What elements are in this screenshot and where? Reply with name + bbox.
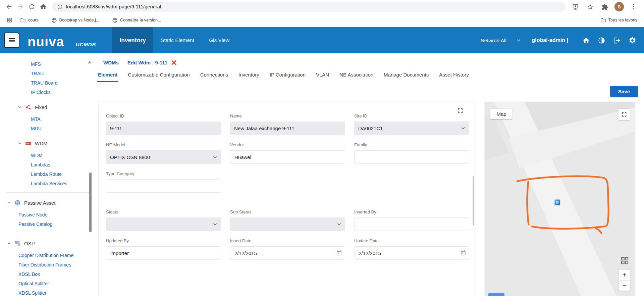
tab-vlan[interactable]: VLAN [315,71,330,82]
text-input-family[interactable] [354,150,469,164]
header-tab-inventory[interactable]: Inventory [112,27,153,53]
profile-avatar[interactable]: B [614,2,624,11]
back-icon[interactable] [3,1,15,12]
sidebar-scroll-up-icon[interactable] [88,59,91,63]
sidebar-item-wdm[interactable]: WDM [0,151,95,160]
puzzle-icon [601,3,608,10]
sidebar-item-trau-board[interactable]: TRAU Board [0,78,95,88]
sidebar-item-lambdas[interactable]: Lambdas [0,160,95,169]
tab-ne-association[interactable]: NE Association [339,71,374,82]
tab-inventory[interactable]: Inventory [238,71,260,82]
sidebar-item-passive-node[interactable]: Passive Node [0,210,95,219]
menu-button[interactable] [4,33,19,48]
home-icon [40,3,47,10]
form-field-type-category: Type Category [106,171,221,193]
bookmarks-bar: coursBootstrap vs Node.j...Connaître la … [0,13,644,27]
field-value: DA0021C1 [358,126,383,131]
map-panel[interactable]: Map + − [485,102,635,296]
sidebar-group-fixed[interactable]: Fixed [0,102,95,112]
header-tab-gis-view[interactable]: Gis View [202,27,237,53]
network-element-marker-icon[interactable] [554,199,560,205]
bookmark-item-bootstrap-vs-node-j[interactable]: Bootstrap vs Node.j... [49,16,102,24]
field-label: Vendor [230,142,345,147]
select-input-status[interactable] [106,217,221,231]
text-input-object-id[interactable]: 9-111 [106,121,221,135]
home-nav-button[interactable] [581,35,591,45]
date-input-insert-date[interactable]: 2/12/2015 [230,246,345,260]
browser-menu-icon[interactable] [629,2,639,12]
calendar-icon [336,250,342,256]
text-input-vendor[interactable]: Huawei [230,150,345,164]
date-input-update-date[interactable]: 2/12/2015 [354,246,469,260]
apps-shortcut[interactable] [5,15,14,25]
sidebar-item-lambda-route[interactable]: Lambda Route [0,169,95,179]
tab-asset-history[interactable]: Asset History [438,71,469,82]
sidebar-item-optical-splitter[interactable]: Optical Splitter [0,279,95,288]
expand-map-icon[interactable] [619,109,630,120]
form-field-status: Status [106,209,221,231]
star-icon [587,3,594,10]
sidebar-item-mdu[interactable]: MDU [0,124,95,133]
text-input-name[interactable]: New Jalaa exchange 9-111 [230,121,345,135]
breadcrumb-root[interactable]: WDMs [103,60,119,65]
field-label: Name [230,113,345,118]
forward-icon[interactable] [15,1,26,12]
select-input-site-id[interactable]: DA0021C1 [354,121,469,135]
sidebar-item-mfs[interactable]: MFS [0,59,95,69]
text-input-type-category[interactable] [106,179,221,193]
sidebar-group-passive-asset[interactable]: Passive Asset [0,198,95,208]
apps-grid-icon [6,17,12,23]
network-selector[interactable]: Netwrok-All [481,37,522,44]
extensions-icon[interactable] [600,2,610,12]
map-grid-icon[interactable] [620,256,629,265]
sidebar-item-copper-distribution-frame[interactable]: Copper Distribution Frame [0,251,95,260]
text-input-inserted-by[interactable] [354,217,469,231]
sidebar-item-xdsl-box[interactable]: XDSL Box [0,269,95,279]
sidebar-item-passive-catalog[interactable]: Passive Catalog [0,219,95,229]
workspace: WDMs Edit Wdm : 9-111 ElementCustomizabl… [95,53,644,296]
refresh-icon[interactable] [26,1,38,12]
passive-asset-icon [14,199,21,206]
save-button[interactable]: Save [610,86,638,97]
all-bookmarks-folder[interactable]: Tous les favoris [598,16,639,24]
form-scrollbar-thumb[interactable] [473,176,474,226]
install-app-icon[interactable] [570,2,580,12]
sidebar-item-lambda-services[interactable]: Lambda Services [0,179,95,188]
select-input-sub-status[interactable] [230,217,345,231]
bookmark-item-cours[interactable]: cours [18,16,41,24]
breadcrumb-current[interactable]: Edit Wdm : 9-111 [127,60,167,65]
sidebar-scrollbar-thumb[interactable] [89,172,92,232]
tab-element[interactable]: Element [97,71,118,82]
bookmark-star-icon[interactable] [585,2,595,12]
sidebar-item-trau[interactable]: TRAU [0,69,95,78]
address-bar[interactable]: localhost:6083/inv/wdm-page/9-111/genera… [52,2,566,12]
close-icon[interactable] [171,59,177,66]
logout-button[interactable] [612,35,622,45]
tab-connections[interactable]: Connections [200,71,229,82]
field-label: NE Model [106,142,221,147]
select-input-ne-model[interactable]: OPTIX OSN 8800 [106,150,221,164]
sidebar-item-ip-clocks[interactable]: IP Clocks [0,88,95,97]
map-layer-button[interactable]: Map [490,109,513,119]
zoom-in-button[interactable]: + [619,270,630,281]
folder-icon [600,17,606,23]
tab-ip-configuration[interactable]: IP Configuration [269,71,306,82]
map-canvas[interactable] [485,102,635,296]
tab-customizable-configuration[interactable]: Customizable Configuration [127,71,190,82]
site-info-icon[interactable] [57,4,63,10]
tab-manage-documents[interactable]: Manage Documents [383,71,429,82]
expand-form-icon[interactable] [454,105,466,117]
header-tab-static-element[interactable]: Static Element [153,27,202,53]
theme-contrast-button[interactable] [596,35,606,45]
sidebar-group-wdm[interactable]: WDM [0,138,95,148]
form-field-family: Family [354,142,469,164]
settings-button[interactable] [627,35,637,45]
sidebar-item-xdsl-splitter[interactable]: XDSL Splitter [0,288,95,296]
text-input-updated-by[interactable]: importer [106,246,221,260]
zoom-out-button[interactable]: − [619,281,630,291]
sidebar-group-osp[interactable]: OSP [0,238,95,248]
home-button[interactable] [38,1,49,12]
bookmark-item-conna-tre-la-version[interactable]: Connaître la version... [110,16,163,24]
sidebar-item-mta[interactable]: MTA [0,114,95,124]
sidebar-item-fiber-distribution-frames[interactable]: Fiber Distribution Frames [0,260,95,269]
